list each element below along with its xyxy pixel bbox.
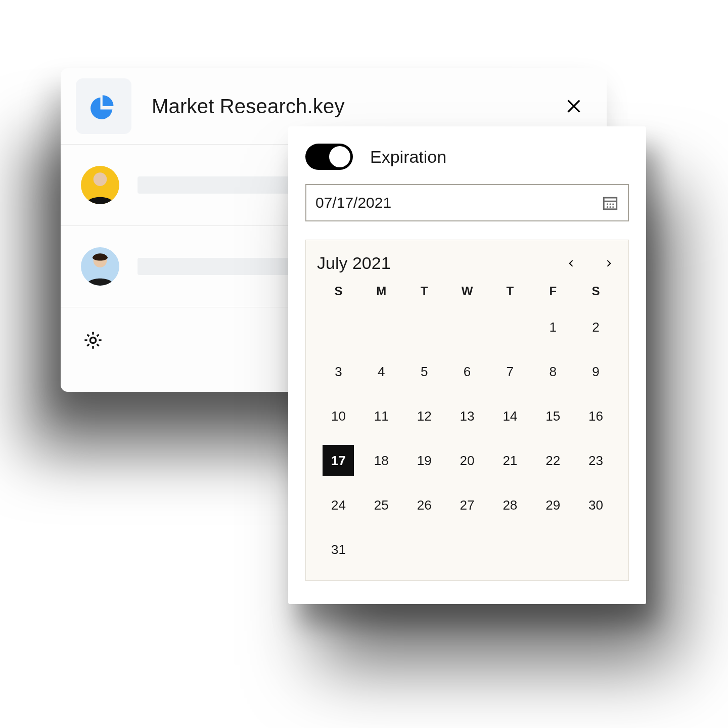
pie-chart-icon [90, 93, 117, 119]
calendar-day[interactable]: 2 [574, 311, 617, 343]
file-type-icon [76, 78, 131, 134]
user-name-placeholder [138, 258, 299, 275]
svg-point-7 [607, 203, 608, 205]
calendar-blank-cell [317, 311, 360, 343]
chevron-right-icon [604, 258, 614, 268]
calendar-day[interactable]: 15 [531, 400, 574, 432]
calendar-day[interactable]: 21 [488, 445, 531, 476]
calendar-day[interactable]: 26 [403, 489, 446, 521]
calendar-day-of-week: S [574, 284, 617, 298]
user-name-placeholder [138, 176, 299, 194]
calendar-day[interactable]: 20 [446, 445, 489, 476]
calendar-day[interactable]: 29 [531, 489, 574, 521]
expiration-toggle[interactable] [305, 144, 353, 170]
calendar-day-of-week: T [488, 284, 531, 298]
calendar-day[interactable]: 11 [360, 400, 403, 432]
calendar-day[interactable]: 31 [317, 534, 360, 565]
file-title: Market Research.key [152, 95, 345, 118]
avatar [81, 247, 119, 286]
calendar-day[interactable]: 19 [403, 445, 446, 476]
calendar-day[interactable]: 1 [531, 311, 574, 343]
calendar-day[interactable]: 6 [446, 356, 489, 387]
calendar-day[interactable]: 16 [574, 400, 617, 432]
calendar-day[interactable]: 14 [488, 400, 531, 432]
calendar-blank-cell [360, 311, 403, 343]
calendar-day[interactable]: 4 [360, 356, 403, 387]
svg-point-11 [609, 206, 611, 208]
gear-icon [82, 330, 104, 351]
close-button[interactable] [561, 94, 586, 119]
person-icon [81, 166, 119, 204]
calendar-day[interactable]: 13 [446, 400, 489, 432]
calendar-next-button[interactable] [600, 255, 617, 272]
calendar-day-of-week: S [317, 284, 360, 298]
calendar-day[interactable]: 22 [531, 445, 574, 476]
svg-point-2 [94, 172, 107, 186]
expiration-date-value: 07/17/2021 [315, 194, 391, 211]
calendar-day[interactable]: 8 [531, 356, 574, 387]
calendar-day[interactable]: 5 [403, 356, 446, 387]
svg-point-8 [609, 203, 611, 205]
calendar-day[interactable]: 23 [574, 445, 617, 476]
calendar-day[interactable]: 30 [574, 489, 617, 521]
calendar-day-of-week: F [531, 284, 574, 298]
calendar-day[interactable]: 9 [574, 356, 617, 387]
calendar-day[interactable]: 12 [403, 400, 446, 432]
calendar-icon [602, 194, 619, 211]
svg-point-10 [607, 206, 608, 208]
avatar [81, 166, 119, 204]
toggle-knob [329, 146, 350, 167]
calendar-month-title: July 2021 [317, 253, 391, 273]
calendar-day-of-week: W [446, 284, 489, 298]
person-icon [81, 247, 119, 286]
svg-point-4 [90, 337, 96, 343]
calendar-day[interactable]: 24 [317, 489, 360, 521]
calendar-day[interactable]: 7 [488, 356, 531, 387]
calendar-day[interactable]: 28 [488, 489, 531, 521]
expiration-date-input[interactable]: 07/17/2021 [305, 184, 629, 221]
calendar-grid: SMTWTFS123456789101112131415161718192021… [317, 284, 617, 565]
calendar-blank-cell [403, 311, 446, 343]
chevron-left-icon [566, 258, 576, 268]
calendar-day[interactable]: 18 [360, 445, 403, 476]
svg-point-12 [612, 206, 614, 208]
close-icon [565, 98, 582, 115]
calendar-day-selected[interactable]: 17 [323, 445, 354, 476]
svg-point-9 [612, 203, 614, 205]
expiration-label: Expiration [370, 147, 446, 167]
calendar-day[interactable]: 27 [446, 489, 489, 521]
calendar-day-of-week: T [403, 284, 446, 298]
calendar-day[interactable]: 3 [317, 356, 360, 387]
calendar-blank-cell [446, 311, 489, 343]
expiration-popover: Expiration 07/17/2021 July 2021 [288, 126, 646, 604]
calendar-day[interactable]: 25 [360, 489, 403, 521]
settings-button[interactable] [81, 328, 105, 352]
calendar: July 2021 SMTWTFS12345678910111213141516… [305, 240, 629, 581]
calendar-day[interactable]: 10 [317, 400, 360, 432]
calendar-prev-button[interactable] [563, 255, 580, 272]
calendar-day-of-week: M [360, 284, 403, 298]
calendar-blank-cell [488, 311, 531, 343]
